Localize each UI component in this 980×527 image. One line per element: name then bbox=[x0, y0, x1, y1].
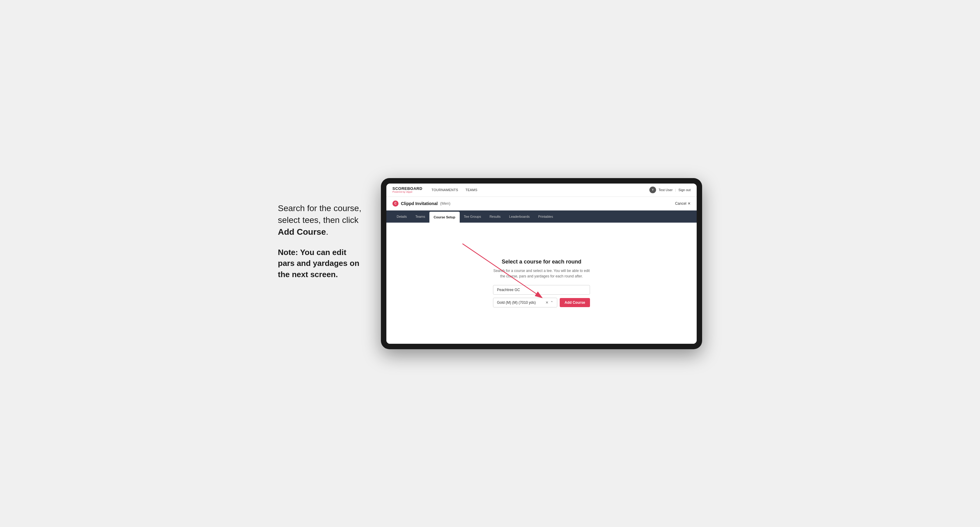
tablet-frame: SCOREBOARD Powered by clippd TOURNAMENTS… bbox=[381, 178, 702, 349]
tab-leaderboards[interactable]: Leaderboards bbox=[505, 211, 534, 222]
tee-toggle-icon[interactable]: ⌃ bbox=[550, 300, 553, 305]
course-search-input[interactable] bbox=[493, 285, 590, 295]
avatar: T bbox=[649, 187, 656, 193]
tee-select-controls: ✕ ⌃ bbox=[546, 300, 553, 305]
main-nav: TOURNAMENTS TEAMS bbox=[431, 188, 649, 192]
user-area: T Test User | Sign out bbox=[649, 187, 690, 193]
form-subtitle: Search for a course and select a tee. Yo… bbox=[493, 268, 590, 279]
nav-tournaments[interactable]: TOURNAMENTS bbox=[431, 188, 458, 192]
main-content: Select a course for each round Search fo… bbox=[387, 222, 697, 344]
tournament-icon: C bbox=[393, 200, 398, 206]
logo-sub: Powered by clippd bbox=[393, 191, 422, 193]
tournament-header: C Clippd Invitational (Men) Cancel ✕ bbox=[387, 197, 697, 211]
user-divider: | bbox=[675, 188, 676, 192]
tournament-name: Clippd Invitational bbox=[401, 201, 438, 206]
tee-select-row: Gold (M) (M) (7010 yds) ✕ ⌃ Add Course bbox=[493, 298, 590, 307]
logo-area: SCOREBOARD Powered by clippd bbox=[393, 187, 422, 193]
tee-select-value: Gold (M) (M) (7010 yds) bbox=[497, 300, 536, 305]
user-label: Test User bbox=[659, 188, 673, 192]
cancel-button[interactable]: Cancel ✕ bbox=[675, 202, 690, 206]
nav-teams[interactable]: TEAMS bbox=[465, 188, 477, 192]
tab-printables[interactable]: Printables bbox=[534, 211, 557, 222]
instruction-primary: Search for the course, select tees, then… bbox=[278, 202, 363, 238]
page-wrapper: Search for the course, select tees, then… bbox=[278, 178, 702, 349]
tee-select[interactable]: Gold (M) (M) (7010 yds) ✕ ⌃ bbox=[493, 298, 557, 307]
add-course-button[interactable]: Add Course bbox=[560, 298, 590, 307]
tab-details[interactable]: Details bbox=[393, 211, 411, 222]
tab-tee-groups[interactable]: Tee Groups bbox=[460, 211, 485, 222]
tab-course-setup[interactable]: Course Setup bbox=[430, 212, 460, 222]
tab-bar: Details Teams Course Setup Tee Groups Re… bbox=[387, 211, 697, 222]
search-input-wrapper bbox=[493, 285, 590, 295]
tournament-gender: (Men) bbox=[440, 201, 450, 206]
tee-clear-icon[interactable]: ✕ bbox=[546, 300, 549, 305]
form-title: Select a course for each round bbox=[493, 259, 590, 265]
tab-results[interactable]: Results bbox=[485, 211, 505, 222]
top-nav: SCOREBOARD Powered by clippd TOURNAMENTS… bbox=[387, 184, 697, 197]
instructions-panel: Search for the course, select tees, then… bbox=[278, 178, 363, 289]
tab-teams[interactable]: Teams bbox=[411, 211, 430, 222]
tablet-screen: SCOREBOARD Powered by clippd TOURNAMENTS… bbox=[387, 184, 697, 344]
signout-link[interactable]: Sign out bbox=[678, 188, 690, 192]
logo-title: SCOREBOARD bbox=[393, 187, 422, 190]
tournament-title-row: C Clippd Invitational (Men) bbox=[393, 200, 450, 206]
instruction-bold: Add Course bbox=[278, 227, 326, 237]
instruction-note: Note: You can edit pars and yardages on … bbox=[278, 247, 363, 280]
course-form: Select a course for each round Search fo… bbox=[493, 259, 590, 307]
